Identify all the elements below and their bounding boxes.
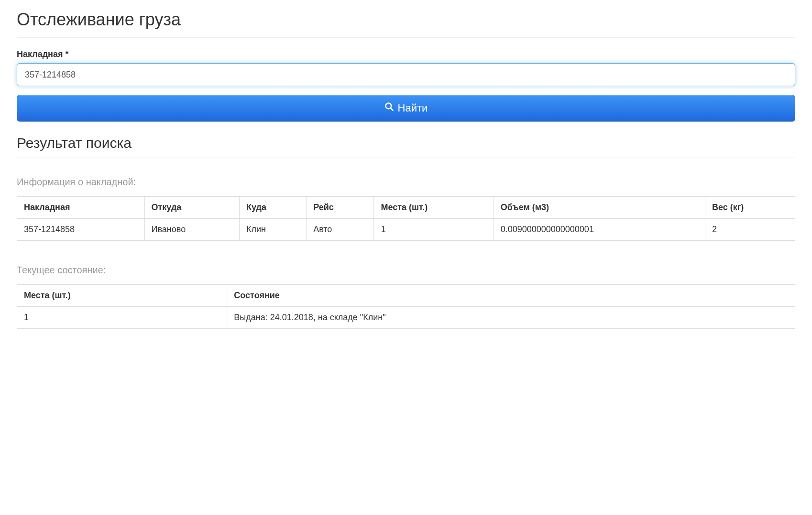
status-section-title: Текущее состояние:: [17, 265, 795, 276]
cell-places: 1: [17, 307, 227, 329]
col-header-waybill: Накладная: [17, 197, 145, 219]
search-button-label: Найти: [398, 102, 428, 114]
cell-trip: Авто: [307, 219, 374, 241]
status-table: Места (шт.) Состояние 1 Выдана: 24.01.20…: [17, 284, 795, 329]
col-header-places: Места (шт.): [17, 285, 227, 307]
cell-places: 1: [374, 219, 494, 241]
info-section-title: Информация о накладной:: [17, 177, 795, 188]
col-header-trip: Рейс: [307, 197, 374, 219]
col-header-to: Куда: [240, 197, 307, 219]
results-title: Результат поиска: [17, 135, 795, 157]
search-icon: [384, 102, 398, 114]
cell-weight: 2: [705, 219, 795, 241]
col-header-volume: Объем (м3): [494, 197, 705, 219]
col-header-places: Места (шт.): [374, 197, 494, 219]
cell-from: Иваново: [144, 219, 240, 241]
cell-waybill: 357-1214858: [17, 219, 145, 241]
waybill-input[interactable]: [17, 63, 795, 86]
table-row: 1 Выдана: 24.01.2018, на складе "Клин": [17, 307, 795, 329]
cell-status: Выдана: 24.01.2018, на складе "Клин": [227, 307, 795, 329]
page-title: Отслеживание груза: [17, 10, 795, 38]
search-button[interactable]: Найти: [17, 95, 795, 122]
info-table: Накладная Откуда Куда Рейс Места (шт.) О…: [17, 196, 795, 241]
cell-to: Клин: [240, 219, 307, 241]
waybill-form-group: Накладная *: [17, 49, 795, 86]
col-header-weight: Вес (кг): [705, 197, 795, 219]
col-header-status: Состояние: [227, 285, 795, 307]
svg-line-1: [390, 108, 393, 111]
table-header-row: Накладная Откуда Куда Рейс Места (шт.) О…: [17, 197, 795, 219]
table-header-row: Места (шт.) Состояние: [17, 285, 795, 307]
col-header-from: Откуда: [144, 197, 240, 219]
cell-volume: 0.009000000000000001: [494, 219, 705, 241]
waybill-label: Накладная *: [17, 49, 795, 59]
table-row: 357-1214858 Иваново Клин Авто 1 0.009000…: [17, 219, 795, 241]
